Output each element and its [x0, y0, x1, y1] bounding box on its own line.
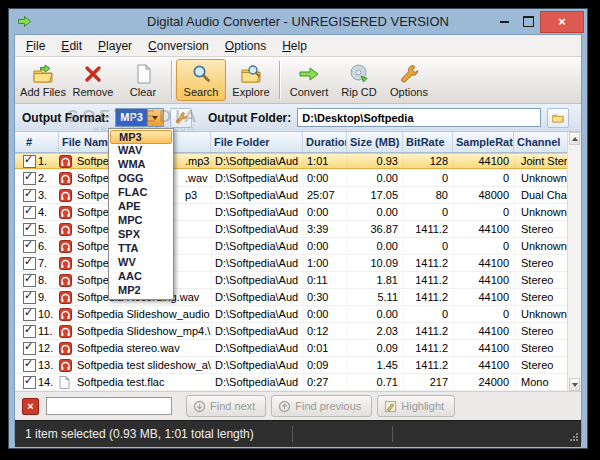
row-checkbox[interactable] [23, 153, 37, 169]
close-button[interactable]: × [540, 11, 584, 33]
row-pad [15, 204, 23, 220]
output-folder-field[interactable] [297, 108, 541, 127]
column-header-number[interactable]: # [23, 132, 59, 152]
table-row[interactable]: 4.SoftpediaD:\Softpedia\Aud0:000.0000Unk… [15, 204, 581, 221]
table-row[interactable]: 11.Softpedia Slideshow_mp4.\D:\Softpedia… [15, 323, 581, 340]
row-checkbox[interactable] [23, 255, 37, 271]
table-row[interactable]: 8.SoftpediaD:\Softpedia\Aud0:111.811411.… [15, 272, 581, 289]
table-row[interactable]: 14.Softpedia test.flacD:\Softpedia\Aud0:… [15, 374, 581, 391]
menu-file[interactable]: File [18, 36, 53, 56]
format-settings-button[interactable] [170, 108, 192, 128]
resize-grip[interactable] [569, 431, 579, 445]
table-row[interactable]: 6.SoftpediaD:\Softpedia\Aud0:000.0000Unk… [15, 238, 581, 255]
row-checkbox[interactable] [23, 374, 37, 390]
toolbar-button-label: Explore [232, 86, 269, 98]
status-separator [392, 426, 393, 442]
add-files-button[interactable]: Add Files [18, 59, 68, 101]
menu-help[interactable]: Help [274, 36, 315, 56]
combo-dropdown-button[interactable] [147, 109, 163, 126]
dropdown-option-mpc[interactable]: MPC [110, 214, 172, 228]
options-button[interactable]: Options [384, 59, 434, 101]
file-folder-cell: D:\Softpedia\Aud [211, 153, 303, 169]
checkbox-checked-icon [23, 172, 36, 185]
find-next-button[interactable]: Find next [186, 395, 266, 417]
dropdown-option-wav[interactable]: WAV [110, 144, 172, 158]
menu-player[interactable]: Player [90, 36, 140, 56]
output-format-value[interactable]: MP3 [116, 109, 147, 126]
bitrate-cell: 80 [403, 187, 453, 203]
highlight-button[interactable]: Highlight [377, 395, 455, 417]
row-number: 14. [37, 374, 59, 390]
find-previous-button[interactable]: Find previous [271, 395, 372, 417]
dropdown-option-aac[interactable]: AAC [110, 270, 172, 284]
channel-cell: Stereo [514, 340, 567, 356]
dropdown-option-wv[interactable]: WV [110, 256, 172, 270]
dropdown-option-mp3[interactable]: MP3 [110, 130, 172, 144]
column-header-samplerate[interactable]: SampleRate [453, 132, 514, 152]
output-format-combobox[interactable]: MP3 [115, 108, 164, 127]
table-row[interactable]: 12.Softpedia stereo.wavD:\Softpedia\Aud0… [15, 340, 581, 357]
dropdown-option-mp2[interactable]: MP2 [110, 284, 172, 298]
table-row[interactable]: 3.Softpediap3D:\Softpedia\Aud25:0717.058… [15, 187, 581, 204]
minimize-button[interactable] [492, 13, 516, 31]
row-checkbox[interactable] [23, 272, 37, 288]
column-header-channel[interactable]: Channel [514, 132, 567, 152]
find-bar-close-button[interactable]: × [22, 398, 39, 415]
scroll-down-button[interactable] [569, 378, 580, 391]
dropdown-option-tta[interactable]: TTA [110, 242, 172, 256]
table-row[interactable]: 7.SoftpediaD:\Softpedia\Aud1:0010.091411… [15, 255, 581, 272]
column-header-size[interactable]: Size (MB) [347, 132, 403, 152]
column-header-duration[interactable]: Duration [303, 132, 347, 152]
table-row[interactable]: 10.Softpedia Slideshow_audioD:\Softpedia… [15, 306, 581, 323]
maximize-button[interactable] [516, 13, 540, 31]
audio-file-icon [59, 291, 72, 304]
rip-cd-button[interactable]: Rip CD [334, 59, 384, 101]
dropdown-option-ogg[interactable]: OGG [110, 172, 172, 186]
samplerate-cell: 44100 [453, 340, 514, 356]
dropdown-option-flac[interactable]: FLAC [110, 186, 172, 200]
file-folder-cell: D:\Softpedia\Aud [211, 306, 303, 322]
dropdown-option-ape[interactable]: APE [110, 200, 172, 214]
row-checkbox[interactable] [23, 187, 37, 203]
explore-button[interactable]: Explore [226, 59, 276, 101]
table-row[interactable]: 1.Softpedia.mp3D:\Softpedia\Aud1:010.931… [15, 153, 581, 170]
column-header-bitrate[interactable]: BitRate [403, 132, 453, 152]
row-checkbox[interactable] [23, 170, 37, 186]
scroll-up-button[interactable] [569, 132, 580, 145]
row-checkbox[interactable] [23, 289, 37, 305]
column-header-file-folder[interactable]: File Folder [211, 132, 303, 152]
convert-button[interactable]: Convert [284, 59, 334, 101]
menu-edit[interactable]: Edit [53, 36, 90, 56]
dropdown-option-wma[interactable]: WMA [110, 158, 172, 172]
clear-button[interactable]: Clear [118, 59, 168, 101]
menu-conversion[interactable]: Conversion [140, 36, 217, 56]
title-bar[interactable]: Digital Audio Converter - UNREGISERED VE… [9, 9, 587, 34]
samplerate-cell: 44100 [453, 323, 514, 339]
row-checkbox[interactable] [23, 204, 37, 220]
remove-button[interactable]: Remove [68, 59, 118, 101]
table-row[interactable]: 2.Softpedia.wavD:\Softpedia\Aud0:000.000… [15, 170, 581, 187]
search-button[interactable]: Search [176, 59, 226, 101]
checkbox-checked-icon [23, 206, 36, 219]
table-row[interactable]: 5.SoftpediaD:\Softpedia\Aud3:3936.871411… [15, 221, 581, 238]
row-checkbox[interactable] [23, 238, 37, 254]
file-name-cell: Softpedia stereo.wav [75, 340, 211, 356]
vertical-scrollbar[interactable] [567, 132, 581, 391]
table-row[interactable]: 9.Softpedia Recording.wavD:\Softpedia\Au… [15, 289, 581, 306]
table-row[interactable]: 13.Softpedia test slideshow_a\D:\Softped… [15, 357, 581, 374]
checkbox-checked-icon [23, 359, 36, 372]
row-checkbox[interactable] [23, 323, 37, 339]
find-input[interactable] [46, 397, 172, 415]
row-checkbox[interactable] [23, 221, 37, 237]
browse-folder-button[interactable] [547, 108, 569, 128]
samplerate-cell: 48000 [453, 187, 514, 203]
audio-file-icon [59, 153, 75, 169]
menu-options[interactable]: Options [217, 36, 274, 56]
row-checkbox[interactable] [23, 357, 37, 373]
dropdown-option-spx[interactable]: SPX [110, 228, 172, 242]
row-checkbox[interactable] [23, 340, 37, 356]
checkbox-checked-icon [23, 223, 36, 236]
client-area: File Edit Player Conversion Options Help… [14, 34, 582, 443]
row-checkbox[interactable] [23, 306, 37, 322]
bitrate-cell: 0 [403, 306, 453, 322]
